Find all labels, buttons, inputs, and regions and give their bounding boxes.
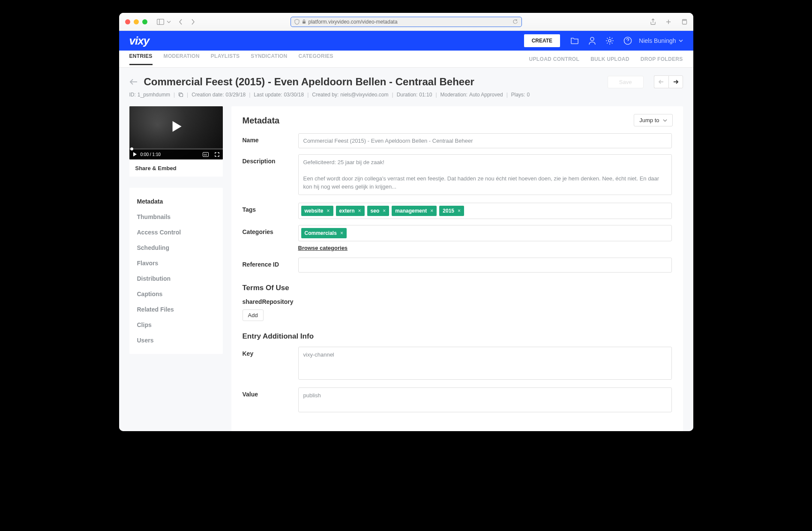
- sidebar: 0:00 / 1:10 cc Share & Embed MetadataThu…: [129, 106, 223, 431]
- sidenav-distribution[interactable]: Distribution: [129, 271, 223, 286]
- sidenav-related-files[interactable]: Related Files: [129, 302, 223, 317]
- reload-icon[interactable]: [512, 19, 518, 24]
- url-text: platform.vixyvideo.com/video-metadata: [309, 19, 398, 25]
- chevron-down-icon[interactable]: [167, 21, 171, 23]
- meta-update: 03/30/18: [284, 92, 304, 98]
- subnav-playlists[interactable]: PLAYLISTS: [211, 53, 240, 65]
- new-tab-icon[interactable]: [665, 19, 671, 25]
- category-chip: Commercials×: [301, 228, 347, 238]
- svg-rect-3: [682, 20, 686, 24]
- chevron-down-icon: [679, 39, 683, 42]
- sidenav-scheduling[interactable]: Scheduling: [129, 240, 223, 255]
- sidenav-access-control[interactable]: Access Control: [129, 225, 223, 240]
- section-additional: Entry Additional Info: [243, 332, 672, 341]
- value-input[interactable]: [298, 387, 672, 412]
- chevron-down-icon: [663, 119, 667, 122]
- minimize-window[interactable]: [134, 19, 139, 24]
- reference-id-label: Reference ID: [243, 258, 298, 273]
- fullscreen-icon[interactable]: [215, 152, 219, 157]
- meta-update-label: Last update:: [254, 92, 282, 98]
- maximize-window[interactable]: [142, 19, 147, 24]
- jump-to-dropdown[interactable]: Jump to: [634, 114, 672, 126]
- description-label: Description: [243, 154, 298, 197]
- sidenav-captions[interactable]: Captions: [129, 286, 223, 302]
- meta-line: ID: 1_psmhdumm | | Creation date: 03/29/…: [129, 92, 683, 98]
- meta-creation-label: Creation date:: [192, 92, 224, 98]
- video-controls: 0:00 / 1:10 cc: [129, 149, 223, 159]
- chip-remove-icon[interactable]: ×: [327, 208, 330, 214]
- description-input[interactable]: [298, 154, 672, 195]
- tag-chip: website×: [301, 206, 333, 216]
- categories-input[interactable]: Commercials×: [298, 225, 672, 241]
- logo[interactable]: vixy: [129, 34, 150, 48]
- chip-remove-icon[interactable]: ×: [458, 208, 461, 214]
- sidebar-toggle-icon[interactable]: [157, 19, 164, 25]
- sidenav-thumbnails[interactable]: Thumbnails: [129, 209, 223, 225]
- tag-chip: seo×: [367, 206, 390, 216]
- chip-remove-icon[interactable]: ×: [358, 208, 361, 214]
- create-button[interactable]: CREATE: [524, 34, 560, 47]
- back-icon[interactable]: [179, 19, 183, 25]
- play-icon[interactable]: [167, 117, 185, 135]
- close-window[interactable]: [125, 19, 130, 24]
- gear-icon[interactable]: [605, 36, 614, 45]
- tag-chip: 2015×: [439, 206, 464, 216]
- traffic-lights: [125, 19, 147, 24]
- chip-remove-icon[interactable]: ×: [340, 230, 343, 236]
- subnav-categories[interactable]: CATEGORIES: [298, 53, 333, 65]
- subnav-entries[interactable]: ENTRIES: [129, 53, 153, 65]
- cc-icon[interactable]: cc: [203, 152, 209, 157]
- forward-icon[interactable]: [191, 19, 195, 25]
- meta-id: 1_psmhdumm: [138, 92, 170, 98]
- meta-plays-label: Plays:: [511, 92, 525, 98]
- tabs-icon[interactable]: [681, 19, 687, 25]
- meta-duration: 01:10: [419, 92, 432, 98]
- section-terms: Terms Of Use: [243, 284, 672, 292]
- pager-prev[interactable]: [654, 75, 668, 88]
- sidenav-users[interactable]: Users: [129, 333, 223, 348]
- help-icon[interactable]: [623, 36, 632, 45]
- sidenav-clips[interactable]: Clips: [129, 317, 223, 333]
- svg-point-5: [608, 39, 611, 42]
- subnav-upload-control[interactable]: UPLOAD CONTROL: [529, 56, 580, 62]
- browse-categories-link[interactable]: Browse categories: [298, 245, 348, 251]
- save-button[interactable]: Save: [608, 76, 644, 88]
- subnav-drop-folders[interactable]: DROP FOLDERS: [641, 56, 683, 62]
- copy-id-icon[interactable]: [178, 92, 183, 97]
- body-area: Commercial Feest (2015) - Even Apeldoorn…: [119, 68, 693, 431]
- page-title: Commercial Feest (2015) - Even Apeldoorn…: [144, 76, 602, 88]
- add-button[interactable]: Add: [243, 309, 264, 321]
- main-panel: Jump to Metadata Name Description Tags w…: [231, 106, 683, 431]
- meta-id-label: ID:: [129, 92, 136, 98]
- key-input[interactable]: [298, 347, 672, 380]
- reference-id-input[interactable]: [298, 258, 672, 273]
- sidenav-metadata[interactable]: Metadata: [129, 194, 223, 209]
- chip-remove-icon[interactable]: ×: [430, 208, 433, 214]
- user-menu[interactable]: Niels Buningh: [639, 37, 683, 44]
- user-icon[interactable]: [588, 36, 596, 45]
- svg-rect-7: [180, 94, 183, 97]
- back-arrow[interactable]: [129, 78, 138, 85]
- tags-label: Tags: [243, 203, 298, 219]
- jump-to-label: Jump to: [639, 117, 659, 123]
- share-embed[interactable]: Share & Embed: [129, 159, 223, 177]
- video-player[interactable]: 0:00 / 1:10 cc: [129, 106, 223, 159]
- tag-chip: extern×: [336, 206, 365, 216]
- name-input[interactable]: [298, 133, 672, 148]
- play-small-icon[interactable]: [133, 152, 137, 156]
- subnav-syndication[interactable]: SYNDICATION: [251, 53, 287, 65]
- sidenav-flavors[interactable]: Flavors: [129, 255, 223, 271]
- chip-remove-icon[interactable]: ×: [383, 208, 386, 214]
- folder-icon[interactable]: [570, 37, 579, 45]
- pager: [654, 75, 683, 88]
- tags-input[interactable]: website×extern×seo×management×2015×: [298, 203, 672, 219]
- lock-icon: [302, 19, 306, 24]
- pager-next[interactable]: [668, 75, 683, 88]
- meta-creation: 03/29/18: [226, 92, 246, 98]
- meta-moderation-label: Moderation:: [440, 92, 467, 98]
- url-bar[interactable]: platform.vixyvideo.com/video-metadata: [291, 17, 522, 27]
- subnav-bulk-upload[interactable]: BULK UPLOAD: [590, 56, 629, 62]
- share-icon[interactable]: [650, 18, 656, 25]
- subnav-moderation[interactable]: MODERATION: [164, 53, 200, 65]
- svg-rect-0: [157, 19, 164, 24]
